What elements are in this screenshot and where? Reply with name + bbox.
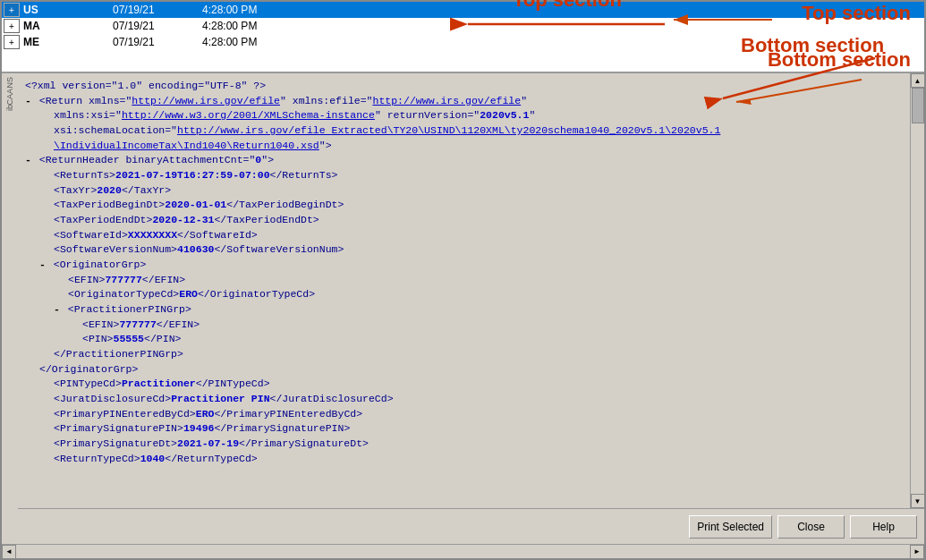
close-button[interactable]: Close [777, 515, 845, 539]
row-name-ma: MA [21, 19, 111, 33]
scroll-left-button[interactable]: ◄ [2, 545, 16, 559]
xml-pintypecd: <PINTypeCd>Practitioner</PINTypeCd> [25, 377, 903, 392]
expand-ma[interactable]: + [4, 19, 20, 33]
expand-us[interactable]: + [4, 3, 20, 17]
table-row-me[interactable]: + ME 07/19/21 4:28:00 PM [2, 34, 924, 50]
print-selected-button[interactable]: Print Selected [689, 515, 772, 539]
h-scroll-track[interactable] [16, 545, 910, 559]
row-time-ma: 4:28:00 PM [200, 19, 308, 33]
xml-pin: <PIN>55555</PIN> [25, 332, 903, 347]
row-date-us: 07/19/21 [111, 3, 200, 17]
row-date-me: 07/19/21 [111, 35, 200, 49]
xml-softwareid: <SoftwareId>XXXXXXXX</SoftwareId> [25, 228, 903, 243]
xml-pracpin-close: </PractitionerPINGrp> [25, 347, 903, 362]
scroll-track[interactable] [911, 88, 925, 494]
xml-origgrp-close: </OriginatorGrp> [25, 362, 903, 378]
vertical-scrollbar[interactable]: ▲ ▼ [910, 73, 924, 508]
xml-returnheader: - <ReturnHeader binaryAttachmentCnt="0"> [25, 153, 903, 168]
xml-efin: <EFIN>777777</EFIN> [25, 273, 903, 288]
row-name-us: US [21, 3, 111, 17]
xml-softwarever: <SoftwareVersionNum>410630</SoftwareVers… [25, 242, 903, 258]
xml-xmlns-xsi: xmlns:xsi="http://www.w3.org/2001/XMLSch… [25, 108, 903, 123]
xml-origgrp-open: - <OriginatorGrp> [25, 258, 903, 273]
scroll-thumb[interactable] [912, 88, 924, 123]
row-time-me: 4:28:00 PM [200, 35, 308, 49]
xml-primarysigpin: <PrimarySignaturePIN>19496</PrimarySigna… [25, 421, 903, 437]
xml-returnts: <ReturnTs>2021-07-19T16:27:59-07:00</Ret… [25, 168, 903, 183]
scroll-right-button[interactable]: ► [910, 545, 924, 559]
content-area: S N A A C b i <?xml version="1.0" encodi… [2, 73, 924, 558]
xml-returntypecd: <ReturnTypeCd>1040</ReturnTypeCd> [25, 452, 903, 467]
expand-me[interactable]: + [4, 35, 20, 49]
xml-declaration: <?xml version="1.0" encoding="UTF-8" ?> [25, 79, 903, 94]
xml-primarysigdt: <PrimarySignatureDt>2021-07-19</PrimaryS… [25, 437, 903, 452]
xml-area: S N A A C b i <?xml version="1.0" encodi… [2, 73, 924, 508]
xml-taxyr: <TaxYr>2020</TaxYr> [25, 183, 903, 199]
button-bar: Print Selected Close Help [2, 508, 924, 544]
xml-efin2: <EFIN>777777</EFIN> [25, 318, 903, 333]
row-date-ma: 07/19/21 [111, 19, 200, 33]
table-row-us[interactable]: + US 07/19/21 4:28:00 PM [2, 2, 924, 18]
xml-taxbegin: <TaxPeriodBeginDt>2020-01-01</TaxPeriodB… [25, 198, 903, 213]
xml-schema-loc: xsi:schemaLocation="http://www.irs.gov/e… [25, 123, 903, 139]
row-name-me: ME [21, 35, 111, 49]
xml-taxend: <TaxPeriodEndDt>2020-12-31</TaxPeriodEnd… [25, 213, 903, 228]
left-panel: S N A A C b i [2, 73, 18, 508]
xml-juratcd: <JuratDisclosureCd>Practitioner PIN</Jur… [25, 392, 903, 407]
top-section: + US 07/19/21 4:28:00 PM + MA 07/19/21 4… [2, 2, 924, 73]
row-time-us: 4:28:00 PM [200, 3, 308, 17]
xml-schema-loc2: \IndividualIncomeTax\Ind1040\Return1040.… [25, 139, 903, 154]
xml-content[interactable]: <?xml version="1.0" encoding="UTF-8" ?> … [18, 73, 910, 508]
xml-primarypinby: <PrimaryPINEnteredByCd>ERO</PrimaryPINEn… [25, 407, 903, 422]
horizontal-scrollbar[interactable]: ◄ ► [2, 544, 924, 558]
main-window: + US 07/19/21 4:28:00 PM + MA 07/19/21 4… [0, 0, 926, 560]
table-row-ma[interactable]: + MA 07/19/21 4:28:00 PM [2, 18, 924, 34]
help-button[interactable]: Help [850, 515, 917, 539]
scroll-down-button[interactable]: ▼ [911, 494, 925, 508]
xml-pracpin-open: - <PractitionerPINGrp> [25, 302, 903, 318]
xml-origtype: <OriginatorTypeCd>ERO</OriginatorTypeCd> [25, 287, 903, 302]
xml-return-open: - <Return xmlns="http://www.irs.gov/efil… [25, 94, 903, 109]
scroll-up-button[interactable]: ▲ [911, 73, 925, 88]
